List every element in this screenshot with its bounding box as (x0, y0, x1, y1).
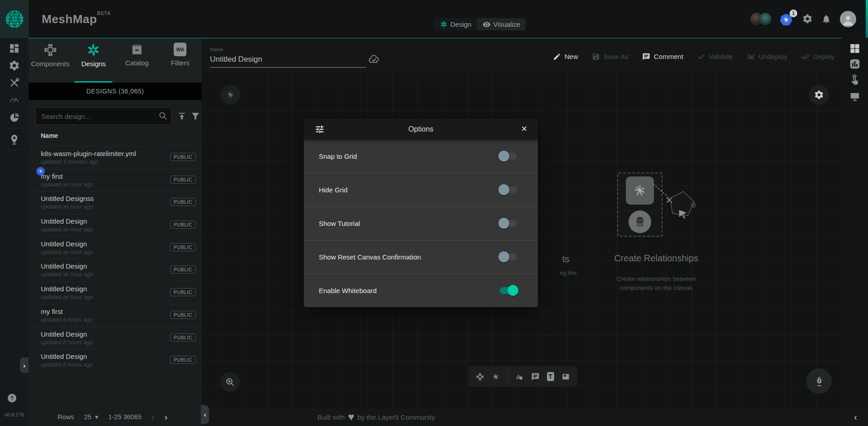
visibility-badge: PUBLIC (170, 220, 196, 229)
design-updated: updated an hour ago (41, 249, 93, 255)
panels-grid-icon[interactable] (849, 43, 861, 54)
validate-button[interactable]: Validate (697, 53, 733, 61)
design-list-item[interactable]: Untitled Designss updated an hour ago PU… (29, 191, 202, 214)
tab-designs[interactable]: Designs (72, 39, 116, 83)
next-page-button[interactable]: › (165, 412, 168, 421)
layer5-mesh-logo-icon (5, 10, 24, 29)
zoom-button[interactable] (220, 372, 240, 392)
collapse-panel-button[interactable]: ‹ (201, 405, 209, 424)
visibility-badge: PUBLIC (170, 311, 196, 319)
collaborator-avatars[interactable] (751, 13, 771, 25)
image-tool-icon[interactable] (561, 372, 570, 382)
pen-nib-icon (813, 375, 825, 387)
gear-icon (814, 90, 824, 100)
deploy-button[interactable]: Deploy (801, 52, 834, 61)
components-icon[interactable] (476, 372, 484, 382)
design-list-item[interactable]: my first updated an hour ago PUBLIC (29, 169, 202, 192)
collapse-footer-button[interactable]: ‹ (854, 412, 857, 422)
visibility-badge: PUBLIC (170, 333, 196, 342)
search-design-input[interactable] (35, 108, 171, 125)
search-icon[interactable] (158, 111, 167, 120)
expand-rail-button[interactable]: › (20, 357, 29, 373)
save-as-button[interactable]: Save As (592, 53, 629, 61)
collaborator-avatar-2[interactable] (759, 13, 771, 25)
meshmap-pin-icon[interactable] (9, 134, 20, 145)
header-edge-accent (866, 0, 868, 38)
settings-gear-icon[interactable] (802, 14, 813, 24)
design-list-item[interactable]: my first updated 6 hours ago PUBLIC (29, 304, 202, 327)
design-updated: updated an hour ago (41, 271, 93, 278)
snap-to-grid-toggle[interactable] (500, 153, 517, 160)
tab-design-mode[interactable]: Design (434, 18, 477, 30)
rows-label: Rows (58, 413, 74, 421)
layer5-logo[interactable] (0, 0, 29, 38)
design-updated: updated 6 hours ago (41, 317, 93, 323)
design-list-item[interactable]: Untitled Design updated 8 hours ago PUBL… (29, 327, 202, 350)
kubernetes-wheel-icon[interactable] (492, 372, 500, 382)
chart-panel-icon[interactable] (849, 58, 861, 70)
new-design-button[interactable]: New (553, 53, 578, 61)
design-updated: updated 8 hours ago (41, 339, 93, 346)
components-icon (43, 43, 58, 57)
show-reset-canvas-confirmation-toggle[interactable] (500, 254, 517, 260)
cursor-arrow-icon (678, 209, 689, 220)
undeploy-icon (746, 52, 755, 61)
previous-page-button[interactable]: ‹ (151, 412, 155, 421)
visibility-badge: PUBLIC (170, 265, 196, 274)
kubernetes-quick-button[interactable] (220, 85, 240, 105)
design-list-item[interactable]: k8s-wasm-plugin-ratelimiter.yml updated … (29, 147, 202, 169)
design-list-item[interactable]: Untitled Design updated an hour ago PUBL… (29, 282, 202, 304)
toolkit-icon[interactable] (9, 77, 20, 88)
zoom-in-icon (225, 377, 235, 387)
tab-catalog[interactable]: Catalog (115, 39, 159, 83)
design-list-item[interactable]: Untitled Design updated an hour ago PUBL… (29, 259, 202, 282)
whiteboard-pen-button[interactable] (806, 368, 832, 394)
kubernetes-context-switcher[interactable]: 1 (780, 12, 794, 25)
tutorial-card-subtitle: Create relationships between components … (588, 274, 724, 293)
display-monitor-icon[interactable] (849, 91, 861, 103)
canvas-options-button[interactable] (809, 85, 829, 105)
enable-whiteboard-toggle[interactable] (500, 287, 517, 294)
notifications-bell-icon[interactable] (821, 14, 831, 24)
dock-divider (507, 370, 508, 383)
touch-interaction-icon[interactable] (849, 74, 861, 86)
hide-grid-toggle[interactable] (500, 186, 517, 193)
undeploy-button[interactable]: Undeploy (746, 52, 787, 61)
kubernetes-component-tile (626, 176, 654, 205)
tab-filters[interactable]: WA Filters (159, 39, 202, 83)
help-button[interactable]: ? (8, 394, 16, 402)
design-name: Untitled Designss (41, 195, 94, 202)
pencil-icon (553, 53, 561, 61)
user-account-avatar[interactable] (840, 11, 856, 27)
import-design-icon[interactable] (177, 111, 187, 121)
show-tutorial-toggle[interactable] (500, 220, 517, 227)
rail-divider (3, 150, 25, 150)
tutorial-card-title: Create Relationships (588, 253, 724, 264)
squid-icon (633, 215, 647, 229)
comment-icon[interactable] (531, 372, 540, 382)
comment-button[interactable]: Comment (642, 53, 683, 61)
lifecycle-gears-icon[interactable] (9, 60, 20, 71)
design-name: Untitled Design (41, 240, 87, 248)
extensions-pie-icon[interactable] (9, 112, 20, 123)
performance-gauge-icon[interactable] (9, 94, 20, 105)
obscured-card-subtitle-fragment: ng the (560, 269, 577, 276)
design-search (35, 108, 171, 125)
filter-funnel-icon[interactable] (190, 111, 200, 121)
design-list-item[interactable]: Untitled Design updated an hour ago PUBL… (29, 237, 202, 260)
meshery-swirl-icon (440, 20, 448, 28)
design-name: Untitled Design (41, 353, 87, 360)
tab-components[interactable]: Components (29, 39, 72, 83)
design-list-item[interactable]: Untitled Design updated 8 hours ago PUBL… (29, 349, 202, 372)
floppy-save-icon (592, 53, 600, 61)
option-row-enable-whiteboard: Enable Whiteboard (304, 274, 538, 307)
kubernetes-wheel-icon (226, 90, 235, 99)
rows-per-page-select[interactable]: 25 ▾ (84, 413, 98, 421)
text-tool-icon[interactable]: T (547, 372, 554, 381)
close-icon[interactable]: × (518, 122, 531, 135)
shapes-icon[interactable] (515, 372, 524, 382)
tab-visualize-mode[interactable]: Visualize (477, 18, 526, 30)
design-list-item[interactable]: Untitled Design updated an hour ago PUBL… (29, 214, 202, 237)
dashboard-icon[interactable] (9, 43, 20, 54)
design-name-input[interactable] (210, 52, 366, 68)
